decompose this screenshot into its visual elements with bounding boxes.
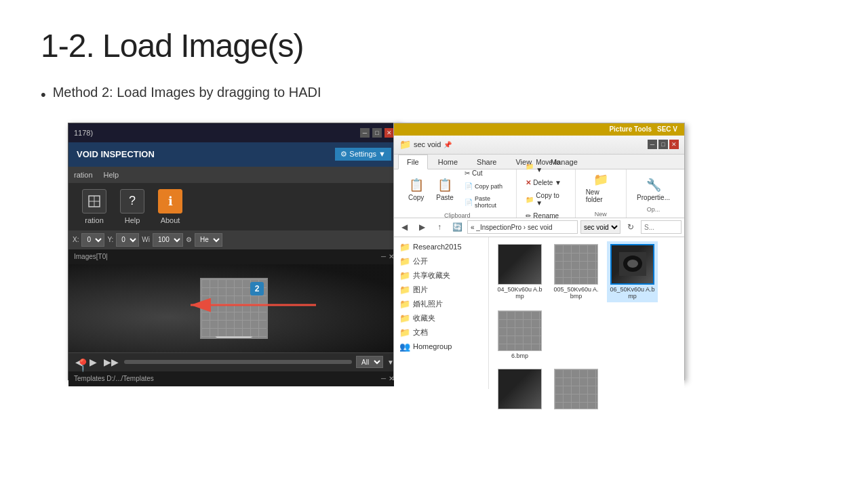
search-input[interactable] <box>641 220 682 234</box>
copy-text: Copy <box>229 338 246 339</box>
menu-ration[interactable]: ration <box>74 171 93 179</box>
new-folder-button[interactable]: 📁 New folder <box>581 169 620 207</box>
refresh-button[interactable]: 🔄 <box>450 220 465 235</box>
file-item-4[interactable]: 6.bmp <box>494 308 545 362</box>
dark-image-3 <box>612 245 653 283</box>
grid-image-2 <box>555 245 597 284</box>
folder-icon-wedding: 📁 <box>399 299 410 309</box>
tab-share[interactable]: Share <box>468 155 505 169</box>
void-app-name: VOID INSPECTION <box>77 149 155 159</box>
picture-tools-bar: Picture Tools SEC V <box>394 123 684 136</box>
explorer-close[interactable]: ✕ <box>669 140 679 149</box>
paste-icon: 📋 <box>437 178 452 192</box>
tree-item-pictures[interactable]: 📁 图片 <box>394 283 488 297</box>
paste-shortcut-button[interactable]: 📄 Paste shortcut <box>461 193 511 211</box>
file-item-2[interactable]: 005_50Kv60u A.bmp <box>551 241 601 302</box>
playback-bar: ◀ ▶ ▶▶ All ▼ <box>68 352 399 371</box>
void-toolbar: X: 0 Y: 0 Wi 100 ⚙ He <box>68 230 399 249</box>
images-minimize-icon[interactable]: ─ <box>381 253 386 260</box>
calibration-icon <box>82 189 106 214</box>
tab-home[interactable]: Home <box>429 155 467 169</box>
tree-item-gongkai[interactable]: 📁 公开 <box>394 254 488 268</box>
new-label: New <box>595 211 607 218</box>
tree-label-pictures: 图片 <box>413 285 428 295</box>
maximize-button[interactable]: □ <box>372 128 382 138</box>
dark-image-1 <box>498 245 541 284</box>
close-button[interactable]: ✕ <box>384 128 394 138</box>
x-select[interactable]: 0 <box>81 233 104 247</box>
copy-to-button[interactable]: 📁 Copy to ▼ <box>522 190 569 209</box>
tree-item-research[interactable]: 📁 Research2015 <box>394 240 488 254</box>
file-item-6[interactable] <box>551 366 601 412</box>
copy-path-label: Copy path <box>475 183 502 190</box>
copy-btn-label: Copy <box>408 194 424 201</box>
template-controls: ─ ✕ <box>381 375 394 382</box>
paste-btn-label: Paste <box>436 194 454 201</box>
clipboard-buttons: 📋 Copy 📋 Paste ✂ Cut <box>403 167 511 211</box>
file-item-1[interactable]: 04_50Kv60u A.bmp <box>494 241 545 302</box>
help-icon: ? <box>120 189 144 214</box>
address-bar: ◀ ▶ ↑ 🔄 sec void ↻ <box>394 218 684 237</box>
tree-item-wedding[interactable]: 📁 婚礼照片 <box>394 297 488 311</box>
file-item-5[interactable] <box>494 366 545 412</box>
x-label: X: <box>73 236 79 243</box>
minimize-button[interactable]: ─ <box>360 128 370 138</box>
y-select[interactable]: 0 <box>116 233 139 247</box>
explorer-title: 📁 sec void 📌 <box>399 139 452 150</box>
template-minimize[interactable]: ─ <box>381 375 386 382</box>
files-panel: 04_50Kv60u A.bmp 005_50Kv60u A.bmp <box>489 237 684 389</box>
delete-button[interactable]: ✕ Delete ▼ <box>522 177 569 188</box>
tab-file[interactable]: File <box>398 155 428 169</box>
explorer-minimize[interactable]: ─ <box>648 140 657 149</box>
title-text: sec void <box>414 140 441 148</box>
explorer-maximize[interactable]: □ <box>658 140 668 149</box>
back-button[interactable]: ◀ <box>397 220 412 235</box>
copy-path-button[interactable]: 📄 Copy path <box>461 180 511 192</box>
new-folder-icon: 📁 <box>593 172 608 187</box>
properties-icon: 🔧 <box>646 178 661 192</box>
path-dropdown[interactable]: sec void <box>580 220 620 234</box>
screenshots-container: 1178) ─ □ ✕ VOID INSPECTION ⚙ Settings ▼… <box>68 123 827 380</box>
file-thumbnail-3 <box>610 244 654 285</box>
folder-icon-research: 📁 <box>399 242 410 252</box>
file-thumbnail-2 <box>554 244 598 285</box>
void-inspection-window: 1178) ─ □ ✕ VOID INSPECTION ⚙ Settings ▼… <box>68 123 400 380</box>
paste-button[interactable]: 📋 Paste <box>431 174 458 205</box>
tree-item-docs[interactable]: 📁 文档 <box>394 325 488 340</box>
void-titlebar-text: 1178) <box>74 129 93 137</box>
copy-button[interactable]: 📋 Copy <box>403 174 429 205</box>
wi-label: Wi <box>142 236 150 243</box>
file-item-3[interactable]: 06_50Kv60u A.bmp <box>607 241 658 302</box>
organize-group: 📁 Move to ▼ ✕ Delete ▼ 📁 Copy to ▼ ✏ <box>517 169 575 218</box>
up-button[interactable]: ↑ <box>432 220 447 235</box>
next-button[interactable]: ▶▶ <box>102 355 120 369</box>
tree-label-docs: 文档 <box>413 327 428 338</box>
paste-shortcut-icon: 📄 <box>465 199 473 206</box>
tree-item-shared[interactable]: 📁 共享收藏夹 <box>394 268 488 283</box>
rename-icon: ✏ <box>526 212 531 220</box>
new-group: 📁 New folder New <box>576 169 627 218</box>
folder-icon-docs: 📁 <box>399 327 410 338</box>
all-select[interactable]: All <box>356 356 383 368</box>
svg-point-7 <box>627 260 638 268</box>
clipboard-label: Clipboard <box>444 212 471 219</box>
tree-item-favorites[interactable]: 📁 收藏夹 <box>394 311 488 325</box>
cut-button[interactable]: ✂ Cut <box>461 167 511 179</box>
titlebar-controls: ─ □ ✕ <box>360 128 394 138</box>
copy-plus: + <box>222 338 226 339</box>
settings-button[interactable]: ⚙ Settings ▼ <box>335 148 391 161</box>
forward-button[interactable]: ▶ <box>414 220 429 235</box>
properties-button[interactable]: 🔧 Propertie... <box>632 174 675 205</box>
he-select[interactable]: He <box>195 233 222 247</box>
bmp-preview-svg <box>619 252 646 276</box>
wi-select[interactable]: 100 <box>153 233 183 247</box>
help-icon-item: ? Help <box>120 189 144 224</box>
menu-help[interactable]: Help <box>104 171 119 179</box>
delete-icon: ✕ <box>526 179 531 186</box>
go-button[interactable]: ↻ <box>623 220 638 235</box>
move-to-button[interactable]: 📁 Move to ▼ <box>522 157 569 176</box>
copy-path-icon: 📄 <box>465 182 473 190</box>
about-icon-item: ℹ About <box>158 189 182 224</box>
tree-item-homegroup[interactable]: 👥 Homegroup <box>394 340 488 354</box>
address-input[interactable] <box>467 220 578 234</box>
